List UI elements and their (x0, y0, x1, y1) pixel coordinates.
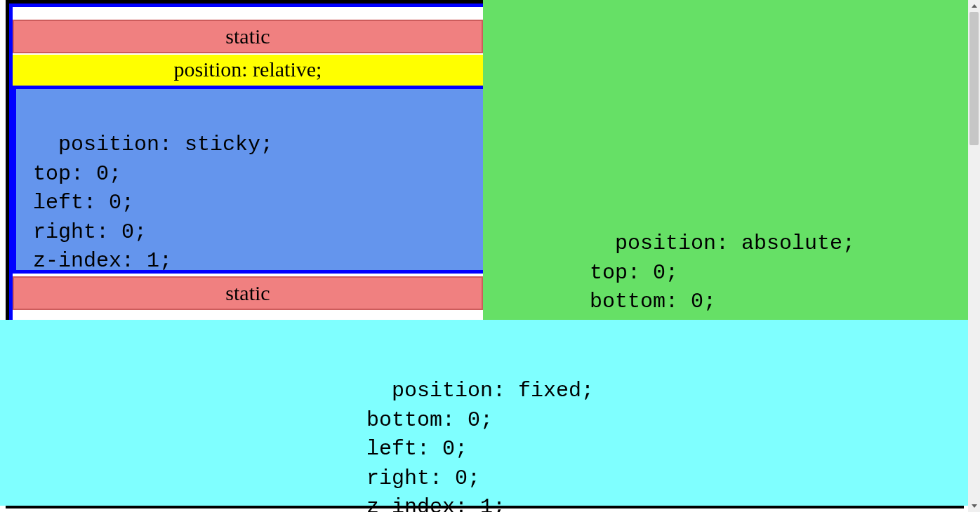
scroll-down-button[interactable] (968, 500, 980, 512)
static-bottom-label: static (225, 281, 270, 304)
sticky-box: position: sticky; top: 0; left: 0; right… (13, 86, 494, 274)
relative-label: position: relative; (174, 58, 322, 81)
absolute-code: position: absolute; top: 0; bottom: 0; l… (590, 231, 855, 320)
scroll-thumb[interactable] (969, 12, 979, 145)
vertical-scrollbar[interactable] (968, 0, 980, 512)
static-top-label: static (225, 25, 270, 48)
absolute-panel: position: absolute; top: 0; bottom: 0; l… (483, 0, 968, 320)
relative-box: position: relative; (13, 55, 483, 86)
chevron-up-icon (972, 4, 977, 8)
static-box-bottom: static (13, 276, 483, 310)
static-box-top: static (13, 20, 483, 53)
fixed-panel: position: fixed; bottom: 0; left: 0; rig… (0, 320, 968, 506)
chevron-down-icon (972, 504, 977, 508)
fixed-code: position: fixed; bottom: 0; left: 0; rig… (366, 379, 594, 512)
sticky-code: position: sticky; top: 0; left: 0; right… (33, 133, 273, 273)
scroll-up-button[interactable] (968, 0, 980, 12)
